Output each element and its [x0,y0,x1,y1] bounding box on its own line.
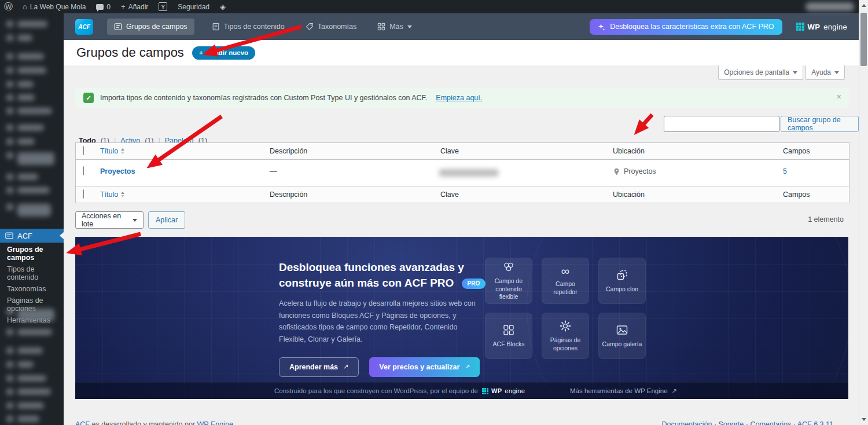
user-account-menu-redacted[interactable] [806,2,854,11]
sidebar-item-redacted[interactable] [17,361,34,368]
select-row-checkbox[interactable] [83,166,84,175]
sidebar-item-redacted[interactable] [17,152,54,165]
select-all-checkbox[interactable] [83,189,84,199]
tab-taxonomias[interactable]: Taxonomías [302,19,360,35]
sidebar-item-grupos-de-campos[interactable]: Grupos de campos [0,244,64,263]
search-input[interactable] [664,116,779,132]
sidebar-item-redacted[interactable] [17,21,47,27]
wp-engine-engine-text: engine [505,387,525,394]
sidebar-item-redacted[interactable] [17,329,52,335]
tab-label: Tipos de contenido [224,23,285,31]
column-description: Descripción [270,190,307,199]
banner-heading: Desbloquea funciones avanzadas y constru… [279,260,502,291]
search-button[interactable]: Buscar grupo de campos [781,116,859,132]
feature-card-options-pages: Páginas de opciones [542,313,589,359]
home-icon: ⌂ [23,3,27,10]
scrollbar-thumb[interactable] [860,13,867,66]
sidebar-item-redacted[interactable] [17,204,51,217]
plugin-diamond-menu[interactable]: ◈ [215,0,231,13]
tab-mas[interactable]: Más [374,19,415,35]
sidebar-item-redacted[interactable] [17,81,34,87]
column-key: Clave [440,190,459,199]
sidebar-item-redacted[interactable] [17,53,44,60]
tab-label: Taxonomías [318,23,356,31]
main-content: ACF Grupos de campos Tipos de contenido [64,13,859,425]
screen-options-label: Opciones de pantalla [724,68,789,76]
sort-icon [121,192,124,197]
sidebar-item-redacted[interactable] [17,94,35,101]
sidebar-item-acf[interactable]: ACF [0,229,64,243]
tab-label: Más [389,23,403,31]
help-tab[interactable]: Ayuda [806,65,845,80]
sort-by-title[interactable]: Título [100,190,124,199]
scroll-up-icon[interactable] [862,4,866,7]
sidebar-item-redacted[interactable] [17,187,50,193]
sidebar-item-redacted[interactable] [17,416,39,422]
security-menu[interactable]: Seguridad [172,0,215,13]
wp-engine-link[interactable]: WP Engine. [197,420,236,425]
select-all-checkbox[interactable] [83,146,84,155]
learn-more-label: Aprender más [289,363,338,371]
scroll-down-icon[interactable] [862,418,866,421]
sidebar-item-redacted[interactable] [17,389,51,395]
external-link-icon: ↗ [343,363,348,371]
sidebar-item-taxonomias[interactable]: Taxonomías [0,283,64,295]
screen-options-tab[interactable]: Opciones de pantalla [718,65,803,80]
new-content-menu[interactable]: + Añadir [116,0,153,13]
sidebar-item-redacted[interactable] [17,174,38,180]
row-location: Proyectos [624,167,656,175]
field-groups-list-icon [114,23,122,31]
more-grid-icon [377,23,385,31]
sort-by-title[interactable]: Título [100,147,124,155]
sidebar-item-redacted[interactable] [17,124,44,131]
flexible-content-icon [502,261,515,273]
tab-tipos-de-contenido[interactable]: Tipos de contenido [208,19,288,35]
page-scrollbar[interactable] [859,0,868,425]
wp-engine-logo[interactable]: WP engine [796,23,847,31]
banner-body: Acelera tu flujo de trabajo y desarrolla… [279,298,486,346]
column-key: Clave [440,147,459,155]
column-description: Descripción [270,147,307,155]
bulk-actions-select[interactable]: Acciones en lote [75,211,144,229]
sidebar-item-redacted[interactable] [17,375,46,382]
tab-grupos-de-campos[interactable]: Grupos de campos [107,19,194,35]
row-fields-count-link[interactable]: 5 [783,167,787,175]
acf-link[interactable]: ACF [75,420,90,425]
admin-footer-links[interactable]: Documentación · Soporte · Comentarios · … [662,420,833,425]
view-pricing-button[interactable]: Ver precios y actualizar ↗ [369,357,480,377]
external-link-icon: ↗ [465,363,470,371]
sidebar-item-redacted[interactable] [17,67,46,74]
wp-engine-grid-icon [482,388,488,394]
comments-menu[interactable]: 0 [91,0,116,13]
plus-icon: + [121,3,126,10]
sidebar-item-tipos-de-contenido[interactable]: Tipos de contenido [0,263,64,283]
learn-more-button[interactable]: Aprender más ↗ [279,357,359,377]
yoast-menu[interactable]: Y [153,0,172,13]
notice-link[interactable]: Empieza aquí. [436,94,482,102]
feature-label: Campo repetidor [545,280,586,296]
feature-card-flexible-content: Campo de contenido flexible [485,258,532,304]
wp-engine-engine-text: engine [823,23,847,31]
add-new-button[interactable]: + Añadir nuevo [192,46,255,60]
feature-card-acf-blocks: ACF Blocks [485,313,532,359]
sidebar-item-redacted[interactable] [17,309,54,321]
wordpress-logo-icon[interactable]: Ⓦ [0,0,17,13]
column-location: Ubicación [613,147,645,155]
site-menu[interactable]: ⌂ La Web Que Mola [17,0,91,13]
apply-button[interactable]: Aplicar [148,211,185,229]
sidebar-item-redacted[interactable] [17,35,32,41]
sidebar-item-redacted[interactable] [17,347,43,354]
sidebar-item-redacted[interactable] [17,138,35,145]
unlock-acf-pro-button[interactable]: Desbloquea las características extra con… [590,19,782,35]
footer-text: es desarrollado y mantenido por [90,420,197,425]
feature-label: Páginas de opciones [545,336,586,352]
sidebar-item-redacted[interactable] [17,402,44,409]
row-title-link[interactable]: Proyectos [100,167,135,175]
more-wp-engine-tools-link[interactable]: Más herramientas de WP Engine ↗ [570,383,677,399]
sidebar-item-redacted[interactable] [17,108,52,114]
acf-logo[interactable]: ACF [75,19,93,35]
dismiss-notice-icon[interactable]: × [837,93,841,101]
sort-icon [121,148,124,154]
column-fields: Campos [783,147,810,155]
feature-card-clone: Campo clon [598,258,646,304]
